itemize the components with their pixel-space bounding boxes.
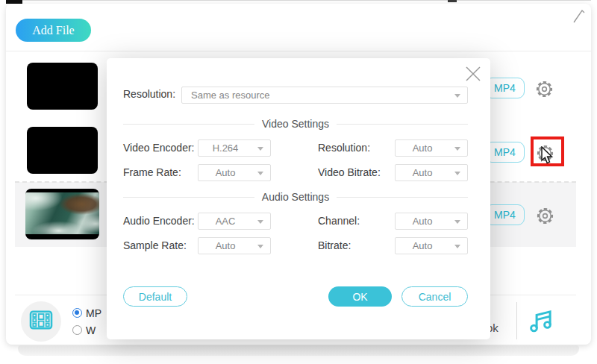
radio-format-2-label: W xyxy=(86,324,96,336)
video-encoder-label: Video Encoder: xyxy=(123,142,194,154)
video-thumbnail[interactable] xyxy=(25,189,99,239)
video-encoder-dropdown[interactable]: H.264 xyxy=(198,139,271,157)
settings-gear-icon[interactable] xyxy=(535,206,555,226)
sample-rate-value: Auto xyxy=(216,240,236,251)
dropdown-arrow-icon xyxy=(257,245,263,248)
resolution-dropdown-value: Same as resource xyxy=(191,90,270,101)
dropdown-arrow-icon xyxy=(454,245,460,248)
music-note-icon[interactable] xyxy=(528,307,555,339)
radio-format-1-label: MP xyxy=(86,307,101,319)
format-category-circle[interactable] xyxy=(21,301,61,342)
dropdown-arrow-icon xyxy=(257,172,263,175)
frame-rate-value: Auto xyxy=(216,167,236,178)
audio-encoder-dropdown[interactable]: AAC xyxy=(198,213,271,230)
audio-settings-title: Audio Settings xyxy=(262,191,329,203)
dropdown-arrow-icon xyxy=(257,147,263,151)
channel-value: Auto xyxy=(413,216,433,227)
sample-rate-dropdown[interactable]: Auto xyxy=(198,237,271,254)
top-edge-line xyxy=(6,0,591,1)
film-icon xyxy=(29,308,53,335)
format-button[interactable]: MP4 xyxy=(485,204,525,225)
frame-rate-dropdown[interactable]: Auto xyxy=(198,164,271,181)
dropdown-arrow-icon xyxy=(454,220,460,224)
channel-label: Channel: xyxy=(318,215,360,227)
resize-handle-icon xyxy=(572,7,587,28)
audio-encoder-label: Audio Encoder: xyxy=(123,215,195,227)
video-bitrate-value: Auto xyxy=(413,167,433,178)
close-icon[interactable] xyxy=(464,65,482,83)
header-divider xyxy=(6,51,591,51)
dropdown-arrow-icon xyxy=(257,220,263,224)
format-button[interactable]: MP4 xyxy=(485,78,525,98)
bottom-bar-vertical-divider xyxy=(516,302,517,339)
dropdown-arrow-icon xyxy=(454,147,460,151)
radio-format-1[interactable] xyxy=(72,308,82,318)
dropdown-arrow-icon xyxy=(454,94,460,98)
cursor-icon xyxy=(540,146,555,169)
channel-dropdown[interactable]: Auto xyxy=(395,213,468,230)
video-resolution-value: Auto xyxy=(413,142,433,154)
resolution-label: Resolution: xyxy=(123,88,175,100)
add-file-button[interactable]: Add File xyxy=(16,19,91,42)
video-resolution-dropdown[interactable]: Auto xyxy=(395,139,468,157)
stacked-card-edge xyxy=(18,345,579,356)
resolution-dropdown[interactable]: Same as resource xyxy=(181,87,468,104)
video-thumbnail[interactable] xyxy=(27,127,98,174)
video-bitrate-dropdown[interactable]: Auto xyxy=(395,164,468,181)
video-settings-header: Video Settings xyxy=(123,118,468,130)
audio-settings-header: Audio Settings xyxy=(123,191,468,203)
cancel-button[interactable]: Cancel xyxy=(401,286,468,307)
sample-rate-label: Sample Rate: xyxy=(123,239,187,251)
settings-gear-icon[interactable] xyxy=(534,79,554,99)
ok-button[interactable]: OK xyxy=(328,286,392,307)
screen: Add File MP4 MP4 xyxy=(0,0,597,364)
default-button[interactable]: Default xyxy=(123,286,187,307)
ocean-preview-image xyxy=(25,192,99,234)
video-thumbnail[interactable] xyxy=(27,63,98,110)
video-resolution-label: Resolution: xyxy=(318,142,370,154)
profile-settings-dialog: Resolution: Same as resource Video Setti… xyxy=(107,58,490,339)
audio-bitrate-value: Auto xyxy=(413,240,433,251)
video-bitrate-label: Video Bitrate: xyxy=(318,166,381,178)
frame-rate-label: Frame Rate: xyxy=(123,166,181,178)
audio-bitrate-label: Bitrate: xyxy=(318,239,351,251)
format-button[interactable]: MP4 xyxy=(485,142,525,163)
audio-encoder-value: AAC xyxy=(216,216,236,227)
video-encoder-value: H.264 xyxy=(213,142,239,154)
radio-format-2[interactable] xyxy=(72,325,82,335)
top-artifact-mid xyxy=(448,0,457,2)
video-settings-title: Video Settings xyxy=(262,118,329,130)
dropdown-arrow-icon xyxy=(454,172,460,175)
audio-bitrate-dropdown[interactable]: Auto xyxy=(395,237,468,254)
